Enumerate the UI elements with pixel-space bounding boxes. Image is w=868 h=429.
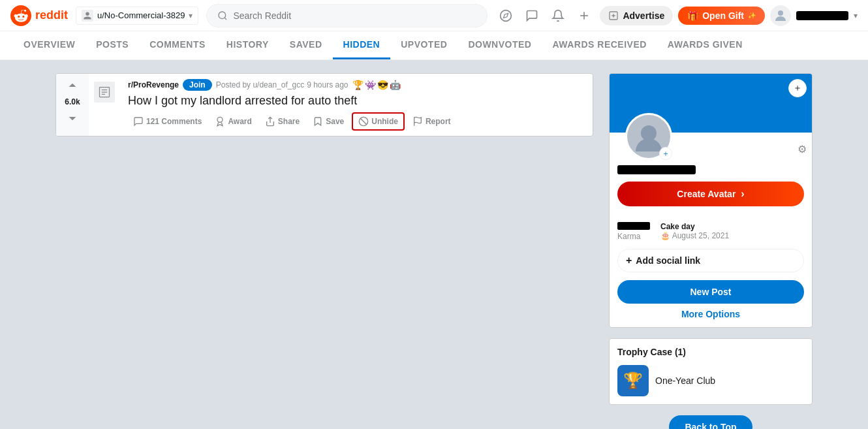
create-avatar-label: Create Avatar — [677, 189, 736, 199]
create-avatar-button[interactable]: Create Avatar › — [617, 182, 804, 206]
username-blurred — [796, 11, 848, 20]
settings-icon-button[interactable]: ⚙ — [798, 143, 807, 155]
tab-downvoted[interactable]: DOWNVOTED — [457, 31, 542, 59]
trophy-icon: 🏆 — [617, 365, 649, 396]
post-submeta: Posted by u/dean_of_gcc 9 hours ago — [216, 80, 349, 89]
sparkle-icon: ✨ — [748, 12, 756, 19]
award-label: Award — [228, 117, 251, 126]
post-title[interactable]: How I got my landlord arrested for auto … — [128, 93, 585, 108]
advertise-button[interactable]: Advertise — [600, 6, 673, 25]
time-ago: 9 hours ago — [307, 80, 348, 89]
tab-hidden[interactable]: HIDDEN — [333, 31, 391, 59]
reddit-logo[interactable]: reddit — [10, 5, 68, 26]
unhide-label: Unhide — [371, 117, 398, 126]
search-input[interactable] — [233, 10, 476, 21]
reddit-icon — [10, 5, 31, 26]
plus-icon: + — [626, 255, 632, 266]
award-3: 😎 — [377, 80, 388, 90]
unhide-button[interactable]: Unhide — [352, 112, 405, 131]
karma-value — [617, 222, 650, 232]
profile-stats: Karma Cake day 🎂 August 25, 2021 — [610, 222, 812, 241]
open-gift-button[interactable]: 🎁 Open Gift ✨ — [678, 7, 765, 25]
vote-count: 6.0k — [65, 97, 80, 106]
tab-history[interactable]: HISTORY — [216, 31, 279, 59]
user-menu-chevron[interactable]: ▾ — [854, 11, 858, 20]
nav-chevron-icon: ▾ — [189, 11, 193, 20]
reddit-wordmark: reddit — [35, 8, 68, 22]
upvote-button[interactable] — [65, 79, 80, 95]
tab-comments[interactable]: COMMENTS — [139, 31, 216, 59]
user-account-selector[interactable]: u/No-Commercial-3829 ▾ — [76, 7, 198, 25]
share-icon — [265, 116, 275, 127]
sidebar: ＋ ＋ ⚙ Create Avatar — [609, 73, 813, 429]
report-icon — [412, 116, 423, 127]
comments-label: 121 Comments — [146, 117, 202, 126]
share-button[interactable]: Share — [260, 112, 305, 131]
profile-avatar-container: ＋ — [625, 113, 672, 160]
avatar-add-button[interactable]: ＋ — [659, 147, 672, 160]
post-actions: 121 Comments Award Share Save — [128, 112, 585, 131]
tab-saved[interactable]: SAVED — [279, 31, 333, 59]
nav-icons: Advertise 🎁 Open Gift ✨ ▾ — [495, 5, 858, 26]
username-display-blurred — [617, 165, 696, 174]
chat-icon-btn[interactable] — [521, 5, 542, 26]
karma-label: Karma — [617, 232, 650, 241]
trophy-card: Trophy Case (1) 🏆 One-Year Club — [609, 338, 813, 405]
report-label: Report — [426, 117, 451, 126]
save-icon — [313, 116, 323, 127]
nav-username: u/No-Commercial-3829 — [97, 10, 185, 20]
save-button[interactable]: Save — [307, 112, 349, 131]
award-2: 👾 — [365, 80, 376, 90]
main-layout: 6.0k r/ProRevenge Join Posted by u/dean_… — [42, 73, 826, 429]
plus-icon-btn[interactable] — [574, 5, 595, 26]
content-area: 6.0k r/ProRevenge Join Posted by u/dean_… — [55, 73, 593, 429]
profile-tabs: OVERVIEW POSTS COMMENTS HISTORY SAVED HI… — [0, 31, 868, 60]
bell-icon-btn[interactable] — [548, 5, 568, 26]
post-content: r/ProRevenge Join Posted by u/dean_of_gc… — [120, 74, 593, 136]
back-to-top-button[interactable]: Back to Top — [669, 415, 752, 429]
join-button[interactable]: Join — [183, 79, 212, 91]
trophy-name: One-Year Club — [655, 375, 715, 386]
svg-point-3 — [501, 10, 512, 21]
post-card: 6.0k r/ProRevenge Join Posted by u/dean_… — [55, 73, 593, 136]
user-avatar-nav[interactable] — [770, 5, 791, 26]
award-icon — [215, 116, 225, 127]
award-button[interactable]: Award — [209, 112, 256, 131]
banner-add-button[interactable]: ＋ — [788, 79, 807, 97]
post-meta: r/ProRevenge Join Posted by u/dean_of_gc… — [128, 79, 585, 91]
profile-info-area: Create Avatar › — [610, 160, 812, 222]
user-info-nav — [796, 11, 848, 20]
tab-upvoted[interactable]: UPVOTED — [390, 31, 457, 59]
search-bar[interactable] — [206, 4, 488, 27]
comments-button[interactable]: 121 Comments — [128, 112, 207, 131]
report-button[interactable]: Report — [407, 112, 456, 131]
user-account-icon — [82, 10, 93, 22]
cake-day-stat: Cake day 🎂 August 25, 2021 — [660, 222, 729, 241]
save-label: Save — [326, 117, 344, 126]
add-social-link[interactable]: + Add social link — [617, 249, 804, 272]
tab-overview[interactable]: OVERVIEW — [13, 31, 85, 59]
svg-point-12 — [217, 118, 223, 123]
post-thumbnail-area — [89, 74, 120, 136]
downvote-button[interactable] — [65, 109, 80, 125]
more-options-link[interactable]: More Options — [610, 309, 812, 327]
award-4: 🤖 — [390, 80, 401, 90]
tab-awards-received[interactable]: AWARDS RECEIVED — [542, 31, 657, 59]
gift-emoji: 🎁 — [687, 10, 698, 21]
svg-line-14 — [361, 119, 367, 125]
svg-point-2 — [219, 12, 226, 19]
subreddit-name[interactable]: r/ProRevenge — [128, 80, 179, 89]
award-1: 🏆 — [352, 80, 364, 90]
tab-awards-given[interactable]: AWARDS GIVEN — [657, 31, 753, 59]
karma-stat: Karma — [617, 222, 650, 241]
add-social-label: Add social link — [636, 255, 700, 266]
svg-point-7 — [778, 10, 783, 16]
new-post-button[interactable]: New Post — [617, 280, 804, 304]
back-to-top-area: Back to Top — [609, 415, 813, 429]
unhide-icon — [358, 116, 369, 127]
trophy-title: Trophy Case (1) — [617, 347, 804, 357]
tab-posts[interactable]: POSTS — [85, 31, 139, 59]
search-icon — [217, 10, 228, 21]
compass-icon-btn[interactable] — [495, 5, 516, 26]
share-label: Share — [278, 117, 300, 126]
